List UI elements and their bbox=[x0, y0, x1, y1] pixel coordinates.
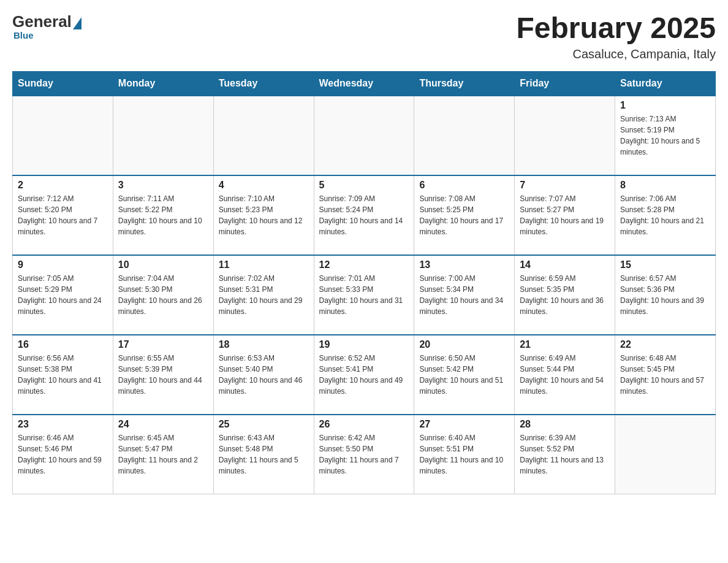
calendar-cell: 23Sunrise: 6:46 AMSunset: 5:46 PMDayligh… bbox=[13, 415, 113, 494]
calendar-cell: 27Sunrise: 6:40 AMSunset: 5:51 PMDayligh… bbox=[414, 415, 515, 494]
day-number: 16 bbox=[18, 339, 108, 350]
calendar-cell: 1Sunrise: 7:13 AMSunset: 5:19 PMDaylight… bbox=[615, 96, 716, 175]
header-thursday: Thursday bbox=[414, 71, 515, 96]
calendar-cell: 7Sunrise: 7:07 AMSunset: 5:27 PMDaylight… bbox=[515, 175, 615, 255]
calendar-cell: 22Sunrise: 6:48 AMSunset: 5:45 PMDayligh… bbox=[615, 335, 716, 415]
day-info: Sunrise: 6:56 AMSunset: 5:38 PMDaylight:… bbox=[18, 353, 108, 397]
calendar-cell bbox=[615, 415, 716, 494]
week-row-2: 2Sunrise: 7:12 AMSunset: 5:20 PMDaylight… bbox=[13, 175, 716, 255]
calendar-cell: 20Sunrise: 6:50 AMSunset: 5:42 PMDayligh… bbox=[414, 335, 515, 415]
day-info: Sunrise: 7:08 AMSunset: 5:25 PMDaylight:… bbox=[419, 193, 509, 237]
day-number: 19 bbox=[319, 339, 409, 350]
day-info: Sunrise: 6:50 AMSunset: 5:42 PMDaylight:… bbox=[419, 353, 509, 397]
day-info: Sunrise: 7:07 AMSunset: 5:27 PMDaylight:… bbox=[520, 193, 610, 237]
calendar-cell bbox=[213, 96, 314, 175]
calendar-cell: 28Sunrise: 6:39 AMSunset: 5:52 PMDayligh… bbox=[515, 415, 615, 494]
week-row-1: 1Sunrise: 7:13 AMSunset: 5:19 PMDaylight… bbox=[13, 96, 716, 175]
day-number: 21 bbox=[520, 339, 610, 350]
calendar-cell bbox=[113, 96, 213, 175]
calendar-cell: 8Sunrise: 7:06 AMSunset: 5:28 PMDaylight… bbox=[615, 175, 716, 255]
header-monday: Monday bbox=[113, 71, 213, 96]
day-info: Sunrise: 6:42 AMSunset: 5:50 PMDaylight:… bbox=[319, 432, 409, 477]
calendar-cell: 2Sunrise: 7:12 AMSunset: 5:20 PMDaylight… bbox=[13, 175, 113, 255]
day-number: 2 bbox=[18, 180, 108, 191]
day-number: 10 bbox=[118, 259, 208, 270]
day-info: Sunrise: 6:48 AMSunset: 5:45 PMDaylight:… bbox=[620, 353, 710, 397]
calendar-cell: 26Sunrise: 6:42 AMSunset: 5:50 PMDayligh… bbox=[314, 415, 414, 494]
day-number: 26 bbox=[319, 419, 409, 430]
calendar-subtitle: Casaluce, Campania, Italy bbox=[516, 47, 716, 61]
day-number: 22 bbox=[620, 339, 710, 350]
day-number: 27 bbox=[419, 419, 509, 430]
day-info: Sunrise: 6:40 AMSunset: 5:51 PMDaylight:… bbox=[419, 432, 509, 477]
calendar-cell: 15Sunrise: 6:57 AMSunset: 5:36 PMDayligh… bbox=[615, 255, 716, 335]
day-number: 13 bbox=[419, 259, 509, 270]
header-wednesday: Wednesday bbox=[314, 71, 414, 96]
header-sunday: Sunday bbox=[13, 71, 113, 96]
calendar-cell: 13Sunrise: 7:00 AMSunset: 5:34 PMDayligh… bbox=[414, 255, 515, 335]
calendar-cell: 16Sunrise: 6:56 AMSunset: 5:38 PMDayligh… bbox=[13, 335, 113, 415]
calendar-cell: 12Sunrise: 7:01 AMSunset: 5:33 PMDayligh… bbox=[314, 255, 414, 335]
day-number: 23 bbox=[18, 419, 108, 430]
logo: General Blue bbox=[12, 12, 82, 40]
day-info: Sunrise: 7:06 AMSunset: 5:28 PMDaylight:… bbox=[620, 193, 710, 237]
day-info: Sunrise: 6:55 AMSunset: 5:39 PMDaylight:… bbox=[118, 353, 208, 397]
day-info: Sunrise: 6:53 AMSunset: 5:40 PMDaylight:… bbox=[219, 353, 309, 397]
calendar-cell: 9Sunrise: 7:05 AMSunset: 5:29 PMDaylight… bbox=[13, 255, 113, 335]
weekday-header-row: Sunday Monday Tuesday Wednesday Thursday… bbox=[13, 71, 716, 96]
day-number: 24 bbox=[118, 419, 208, 430]
week-row-3: 9Sunrise: 7:05 AMSunset: 5:29 PMDaylight… bbox=[13, 255, 716, 335]
day-number: 14 bbox=[520, 259, 610, 270]
day-info: Sunrise: 6:49 AMSunset: 5:44 PMDaylight:… bbox=[520, 353, 610, 397]
calendar-cell: 24Sunrise: 6:45 AMSunset: 5:47 PMDayligh… bbox=[113, 415, 213, 494]
day-number: 11 bbox=[219, 259, 309, 270]
day-number: 1 bbox=[620, 100, 710, 111]
calendar-cell bbox=[13, 96, 113, 175]
calendar-cell bbox=[414, 96, 515, 175]
day-number: 20 bbox=[419, 339, 509, 350]
day-number: 8 bbox=[620, 180, 710, 191]
day-number: 3 bbox=[118, 180, 208, 191]
calendar-cell: 11Sunrise: 7:02 AMSunset: 5:31 PMDayligh… bbox=[213, 255, 314, 335]
day-number: 17 bbox=[118, 339, 208, 350]
day-info: Sunrise: 7:05 AMSunset: 5:29 PMDaylight:… bbox=[18, 273, 108, 317]
page-header: General Blue February 2025 Casaluce, Cam… bbox=[12, 12, 716, 61]
calendar-cell: 3Sunrise: 7:11 AMSunset: 5:22 PMDaylight… bbox=[113, 175, 213, 255]
calendar-cell: 6Sunrise: 7:08 AMSunset: 5:25 PMDaylight… bbox=[414, 175, 515, 255]
calendar-table: Sunday Monday Tuesday Wednesday Thursday… bbox=[12, 71, 716, 495]
day-info: Sunrise: 7:12 AMSunset: 5:20 PMDaylight:… bbox=[18, 193, 108, 237]
calendar-cell: 17Sunrise: 6:55 AMSunset: 5:39 PMDayligh… bbox=[113, 335, 213, 415]
day-info: Sunrise: 6:52 AMSunset: 5:41 PMDaylight:… bbox=[319, 353, 409, 397]
day-number: 18 bbox=[219, 339, 309, 350]
header-friday: Friday bbox=[515, 71, 615, 96]
day-number: 5 bbox=[319, 180, 409, 191]
day-info: Sunrise: 6:43 AMSunset: 5:48 PMDaylight:… bbox=[219, 432, 309, 477]
week-row-4: 16Sunrise: 6:56 AMSunset: 5:38 PMDayligh… bbox=[13, 335, 716, 415]
day-number: 12 bbox=[319, 259, 409, 270]
day-number: 9 bbox=[18, 259, 108, 270]
calendar-cell: 25Sunrise: 6:43 AMSunset: 5:48 PMDayligh… bbox=[213, 415, 314, 494]
day-number: 6 bbox=[419, 180, 509, 191]
calendar-cell: 14Sunrise: 6:59 AMSunset: 5:35 PMDayligh… bbox=[515, 255, 615, 335]
calendar-title: February 2025 bbox=[516, 12, 716, 45]
logo-general-text: General bbox=[12, 12, 72, 31]
day-info: Sunrise: 6:45 AMSunset: 5:47 PMDaylight:… bbox=[118, 432, 208, 477]
calendar-cell: 19Sunrise: 6:52 AMSunset: 5:41 PMDayligh… bbox=[314, 335, 414, 415]
calendar-cell: 10Sunrise: 7:04 AMSunset: 5:30 PMDayligh… bbox=[113, 255, 213, 335]
day-info: Sunrise: 6:46 AMSunset: 5:46 PMDaylight:… bbox=[18, 432, 108, 477]
day-info: Sunrise: 7:09 AMSunset: 5:24 PMDaylight:… bbox=[319, 193, 409, 237]
day-info: Sunrise: 6:59 AMSunset: 5:35 PMDaylight:… bbox=[520, 273, 610, 317]
day-number: 4 bbox=[219, 180, 309, 191]
week-row-5: 23Sunrise: 6:46 AMSunset: 5:46 PMDayligh… bbox=[13, 415, 716, 494]
calendar-cell: 4Sunrise: 7:10 AMSunset: 5:23 PMDaylight… bbox=[213, 175, 314, 255]
logo-blue-text: Blue bbox=[13, 30, 34, 40]
day-info: Sunrise: 7:00 AMSunset: 5:34 PMDaylight:… bbox=[419, 273, 509, 317]
day-info: Sunrise: 7:11 AMSunset: 5:22 PMDaylight:… bbox=[118, 193, 208, 237]
day-info: Sunrise: 7:01 AMSunset: 5:33 PMDaylight:… bbox=[319, 273, 409, 317]
calendar-cell bbox=[314, 96, 414, 175]
day-number: 28 bbox=[520, 419, 610, 430]
calendar-cell: 5Sunrise: 7:09 AMSunset: 5:24 PMDaylight… bbox=[314, 175, 414, 255]
logo-triangle-icon bbox=[73, 17, 82, 29]
calendar-cell bbox=[515, 96, 615, 175]
day-info: Sunrise: 7:02 AMSunset: 5:31 PMDaylight:… bbox=[219, 273, 309, 317]
